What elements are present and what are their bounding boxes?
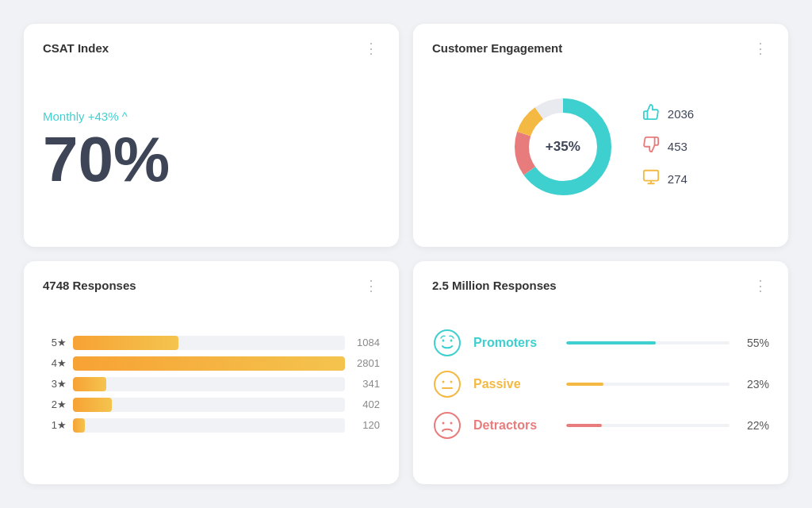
- engagement-stat-thumbup: 2036: [642, 103, 694, 125]
- engagement-stat-thumbdown: 453: [642, 136, 694, 157]
- nps-label-detractors: Detractors: [473, 418, 555, 433]
- engagement-header: Customer Engagement ⋮: [432, 41, 769, 56]
- csat-monthly-change: Monthly +43% ^: [43, 110, 380, 123]
- responses-card: 4748 Responses ⋮ 5★ 1084 4★ 2801 3★ 341 …: [24, 261, 399, 484]
- bar-value: 341: [351, 378, 380, 390]
- svg-point-5: [435, 330, 460, 356]
- bar-value: 1084: [351, 337, 380, 348]
- csat-title: CSAT Index: [43, 41, 109, 55]
- bar-label: 2★: [43, 398, 67, 410]
- engagement-thumbdown-value: 453: [668, 140, 688, 153]
- engagement-card: Customer Engagement ⋮ +35%: [413, 24, 788, 247]
- bar-row: 5★ 1084: [43, 336, 380, 350]
- bar-label: 1★: [43, 419, 67, 431]
- svg-point-10: [450, 380, 453, 383]
- dashboard: CSAT Index ⋮ Monthly +43% ^ 70% Customer…: [0, 0, 812, 508]
- csat-header: CSAT Index ⋮: [43, 41, 380, 56]
- nps-bar-track-promoters: [566, 341, 730, 344]
- engagement-neutral-value: 274: [668, 172, 688, 186]
- bar-label: 5★: [43, 337, 67, 348]
- responses-content: 5★ 1084 4★ 2801 3★ 341 2★ 402 1★: [43, 301, 380, 467]
- bar-track: [73, 356, 345, 371]
- engagement-thumbup-value: 2036: [668, 107, 694, 121]
- svg-point-12: [442, 421, 445, 424]
- svg-rect-4: [644, 171, 658, 181]
- nps-bar-fill-detractors: [566, 424, 602, 427]
- engagement-content: +35% 2036: [432, 64, 769, 229]
- svg-point-11: [435, 413, 460, 438]
- svg-point-6: [442, 339, 445, 341]
- nps-card: 2.5 Million Responses ⋮ Promoters 55% P: [413, 261, 788, 484]
- nps-label-passive: Passive: [473, 377, 555, 391]
- bar-track: [73, 398, 345, 412]
- csat-card: CSAT Index ⋮ Monthly +43% ^ 70%: [24, 24, 399, 247]
- nps-bar-fill-promoters: [566, 341, 656, 344]
- engagement-stat-neutral: 274: [642, 168, 694, 190]
- bar-label: 3★: [43, 378, 67, 390]
- bar-fill: [73, 336, 178, 350]
- thumbdown-icon: [642, 136, 660, 157]
- bar-row: 4★ 2801: [43, 356, 380, 371]
- nps-menu-icon[interactable]: ⋮: [753, 279, 769, 293]
- nps-percent-passive: 23%: [741, 378, 769, 391]
- bar-track: [73, 377, 345, 391]
- bar-row: 1★ 120: [43, 418, 380, 433]
- nps-row-promoters: Promoters 55%: [432, 328, 769, 358]
- nps-row-detractors: Detractors 22%: [432, 410, 769, 441]
- csat-menu-icon[interactable]: ⋮: [364, 41, 380, 56]
- bar-row: 3★ 341: [43, 377, 380, 391]
- nps-percent-detractors: 22%: [741, 419, 769, 432]
- engagement-menu-icon[interactable]: ⋮: [753, 41, 769, 56]
- responses-title: 4748 Responses: [43, 279, 136, 292]
- bar-fill: [73, 398, 112, 412]
- promoters-icon: [432, 328, 462, 358]
- nps-bar-fill-passive: [566, 383, 603, 386]
- bar-fill: [73, 418, 85, 433]
- bar-label: 4★: [43, 357, 67, 369]
- neutral-icon: [642, 168, 660, 190]
- detractors-icon: [432, 410, 462, 441]
- csat-value: 70%: [43, 128, 380, 191]
- bar-value: 120: [351, 419, 380, 431]
- csat-content: Monthly +43% ^ 70%: [43, 64, 380, 229]
- bar-track: [73, 418, 345, 433]
- svg-point-9: [442, 380, 445, 383]
- nps-bar-track-detractors: [566, 424, 730, 427]
- donut-chart: +35%: [508, 91, 619, 202]
- bar-value: 2801: [351, 357, 380, 369]
- responses-header: 4748 Responses ⋮: [43, 279, 380, 293]
- nps-header: 2.5 Million Responses ⋮: [432, 279, 769, 293]
- nps-bar-track-passive: [566, 383, 730, 386]
- engagement-title: Customer Engagement: [432, 41, 562, 55]
- nps-label-promoters: Promoters: [473, 336, 555, 350]
- bar-value: 402: [351, 398, 380, 410]
- bar-row: 2★ 402: [43, 398, 380, 412]
- bar-fill: [73, 377, 106, 391]
- responses-menu-icon[interactable]: ⋮: [364, 279, 380, 293]
- donut-center-label: +35%: [546, 139, 580, 155]
- svg-point-13: [450, 421, 453, 424]
- nps-percent-promoters: 55%: [741, 337, 769, 349]
- passive-icon: [432, 369, 462, 399]
- nps-content: Promoters 55% Passive 23% Detractors: [432, 301, 769, 467]
- nps-row-passive: Passive 23%: [432, 369, 769, 399]
- svg-point-8: [435, 371, 460, 397]
- svg-point-7: [450, 339, 453, 341]
- nps-title: 2.5 Million Responses: [432, 279, 557, 292]
- bar-fill: [73, 356, 345, 371]
- bar-track: [73, 336, 345, 350]
- thumbup-icon: [642, 103, 660, 125]
- engagement-stats: 2036 453: [642, 103, 694, 190]
